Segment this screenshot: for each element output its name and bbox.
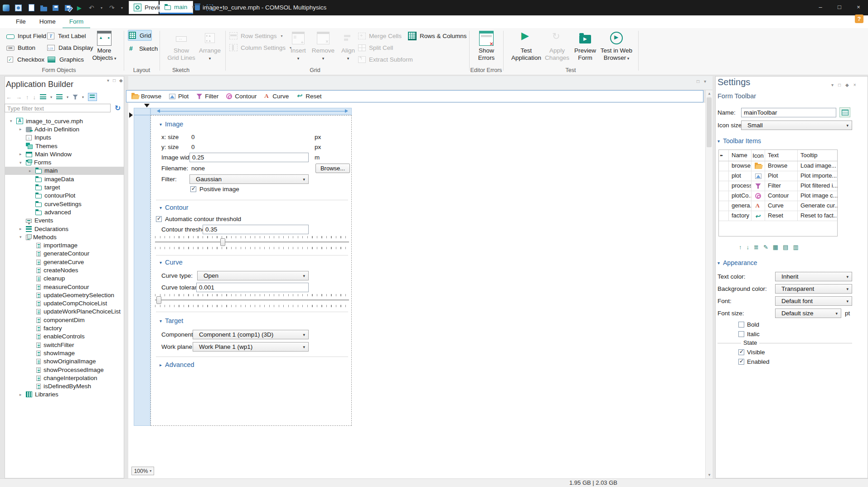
tree-item[interactable]: ▸ Main Window <box>5 150 124 158</box>
apply-changes-button[interactable]: Apply Changes <box>543 29 571 62</box>
rows-columns-button[interactable]: Rows & Columns <box>408 31 467 41</box>
preview-form-button[interactable]: Preview Form <box>572 29 598 62</box>
tree-expander-icon[interactable]: ▾ <box>19 235 26 239</box>
close-button[interactable]: × <box>849 0 868 15</box>
tree-item[interactable]: ▾ image_to_curve.mph <box>5 117 124 125</box>
save-icon[interactable] <box>53 5 58 11</box>
contour-threshold-slider[interactable] <box>155 241 349 243</box>
move-item-up-icon[interactable]: ↑ <box>739 244 742 251</box>
item-icon-cell[interactable] <box>752 171 765 181</box>
add-item-icon[interactable]: ≣ <box>754 244 759 251</box>
undo-icon[interactable] <box>88 4 96 12</box>
extract-subform-button[interactable]: Extract Subform <box>358 54 413 64</box>
more-objects-button[interactable]: More Objects <box>90 29 118 62</box>
tree-filter-input[interactable]: Type filter text <box>5 104 111 112</box>
save-as-icon[interactable] <box>65 5 71 11</box>
edit-item-icon[interactable]: ✎ <box>763 244 768 251</box>
collapse-all-icon[interactable] <box>40 94 46 100</box>
tree-item[interactable]: importImage <box>5 241 124 249</box>
item-name-cell[interactable]: factory <box>729 211 752 221</box>
toolbar-item-row[interactable]: plotCo... Contour Plot image c... <box>719 191 837 201</box>
toolbar-item-row[interactable]: plot Plot Plot importe... <box>719 171 837 181</box>
enabled-checkbox[interactable] <box>738 359 744 365</box>
insert-toggle-item-icon[interactable]: ▦ <box>773 244 778 251</box>
move-node-up-icon[interactable]: ↑ <box>26 94 29 101</box>
item-tooltip-cell[interactable]: Load image... <box>798 161 837 171</box>
item-name-cell[interactable]: browse <box>729 161 752 171</box>
curve-tolerance-slider-handle[interactable] <box>156 296 161 304</box>
collapse-menu-caret-icon[interactable]: ▾ <box>50 95 52 99</box>
help-icon[interactable]: ? <box>855 14 863 23</box>
test-in-web-browser-button[interactable]: Test in Web Browser <box>599 29 634 62</box>
redo-icon[interactable] <box>109 4 116 12</box>
item-icon-cell[interactable] <box>752 211 765 221</box>
zoom-level-dropdown[interactable]: 100% <box>131 467 154 475</box>
form-toolbar-plot-button[interactable]: Plot <box>169 93 189 100</box>
back-icon[interactable]: ← <box>6 94 12 101</box>
tree-item[interactable]: ▸ Add-in Definition <box>5 125 124 133</box>
tree-item[interactable]: showOriginalImage <box>5 357 124 366</box>
tree-expander-icon[interactable]: ▸ <box>19 127 26 131</box>
close-tab-icon[interactable]: × <box>191 4 195 10</box>
delete-icon[interactable] <box>195 5 200 10</box>
item-name-cell[interactable]: plot <box>729 171 752 181</box>
settings-menu-icon[interactable]: ▾ <box>831 82 834 87</box>
test-application-button[interactable]: Test Application <box>510 29 543 62</box>
font-size-dropdown[interactable]: Default size <box>775 309 841 318</box>
editor-vertical-scrollbar[interactable]: ▲ ▼ <box>705 90 713 478</box>
tree-item[interactable]: ▸ main <box>5 167 124 175</box>
tab-form[interactable]: Form <box>63 15 91 29</box>
item-text-cell[interactable]: Contour <box>765 191 798 201</box>
tree-item[interactable]: updateGeometrySelection <box>5 291 124 299</box>
tree-item[interactable]: generateContour <box>5 250 124 258</box>
section-appearance[interactable]: Appearance <box>718 259 757 266</box>
tree-item[interactable]: Inputs <box>5 134 124 142</box>
tree-item[interactable]: Events <box>5 217 124 225</box>
grid-corner-cell[interactable] <box>134 108 150 115</box>
tree-item[interactable]: Themes <box>5 142 124 150</box>
expand-menu-caret-icon[interactable]: ▾ <box>67 95 68 99</box>
open-file-icon[interactable] <box>40 7 47 11</box>
text-color-dropdown[interactable]: Inherit <box>775 272 852 281</box>
item-icon-cell[interactable] <box>752 161 765 171</box>
show-in-model-builder-icon[interactable] <box>88 93 97 101</box>
scroll-up-icon[interactable]: ▲ <box>708 92 711 96</box>
float-editor-icon[interactable]: □ <box>697 79 699 84</box>
item-icon-cell[interactable] <box>752 191 765 201</box>
filter-tree-icon[interactable] <box>73 95 78 100</box>
scrollbar-thumb[interactable] <box>707 97 712 147</box>
section-curve[interactable]: Curve <box>160 259 183 266</box>
filter-dropdown[interactable]: Gaussian <box>189 174 309 184</box>
scroll-down-icon[interactable]: ▼ <box>708 473 711 477</box>
icon-size-dropdown[interactable]: Small <box>741 121 852 130</box>
tree-item[interactable]: contourPlot <box>5 192 124 200</box>
curve-tolerance-input[interactable]: 0.001 <box>196 283 309 292</box>
graphics-button[interactable]: Graphics <box>47 54 84 64</box>
row-settings-button[interactable]: Row Settings <box>229 31 283 41</box>
settings-close-icon[interactable]: × <box>853 82 856 87</box>
tree-item[interactable]: createNodes <box>5 266 124 274</box>
comsol-logo-icon[interactable] <box>3 5 10 11</box>
panel-pin-icon[interactable]: ◆ <box>119 78 123 83</box>
grid-column-header[interactable] <box>150 108 352 115</box>
application-icon[interactable] <box>15 5 22 11</box>
positive-image-checkbox[interactable] <box>190 186 196 192</box>
show-grid-lines-button[interactable]: Show Grid Lines <box>166 29 196 62</box>
font-dropdown[interactable]: Default font <box>775 296 852 306</box>
toolbar-item-row[interactable]: factory Reset Reset to fact... <box>719 211 837 221</box>
grid-row-header[interactable] <box>134 115 150 426</box>
tree-item[interactable]: updateWorkPlaneChoiceList <box>5 308 124 316</box>
merge-cells-button[interactable]: Merge Cells <box>358 31 402 41</box>
grid-mode-button[interactable]: Grid <box>128 30 152 41</box>
tree-expander-icon[interactable]: ▸ <box>19 392 26 397</box>
item-name-cell[interactable]: genera... <box>729 201 752 211</box>
input-field-button[interactable]: Input Field <box>6 31 46 41</box>
remove-button[interactable]: Remove <box>312 29 335 62</box>
item-text-cell[interactable]: Curve <box>765 201 798 211</box>
tree-item[interactable]: ▸ Declarations <box>5 225 124 233</box>
tree-item[interactable]: factory <box>5 324 124 332</box>
curve-tolerance-slider[interactable] <box>155 299 349 301</box>
item-icon-cell[interactable] <box>752 181 765 191</box>
move-node-down-icon[interactable]: ↓ <box>33 94 36 101</box>
tab-home[interactable]: Home <box>33 15 63 29</box>
